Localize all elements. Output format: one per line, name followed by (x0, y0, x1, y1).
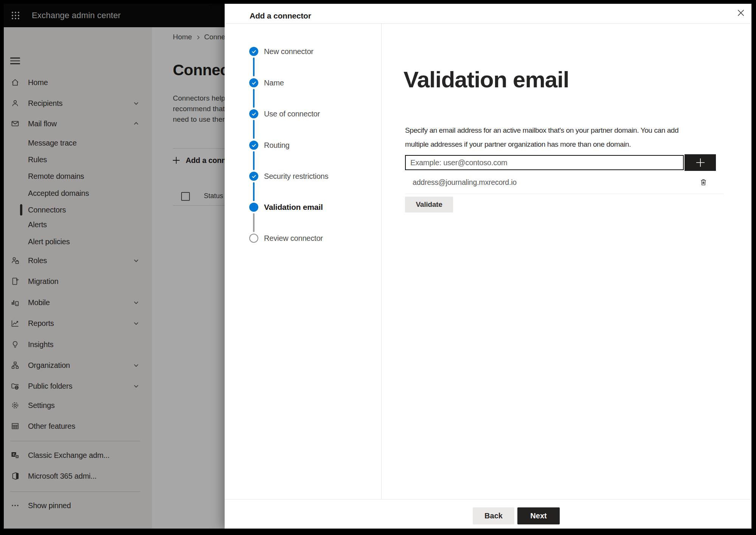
step-circle-new-connector[interactable] (249, 47, 258, 56)
step-label-routing[interactable]: Routing (264, 140, 290, 150)
step-label-review-connector[interactable]: Review connector (264, 233, 323, 243)
check-icon (251, 81, 256, 85)
step-connector-line (253, 89, 255, 108)
panel-header-divider (225, 23, 751, 24)
close-button[interactable] (734, 6, 747, 19)
wizard-step-heading: Validation email (404, 67, 569, 92)
add-email-button[interactable] (685, 154, 716, 171)
step-connector-line (253, 182, 255, 201)
screenshot-frame: Exchange admin center Home Recipients Ma… (0, 0, 756, 535)
app-viewport: Exchange admin center Home Recipients Ma… (4, 4, 751, 529)
step-connector-line (253, 151, 255, 170)
wizard-step-description: Specify an email address for an active m… (405, 123, 708, 151)
added-email-address: address@journaling.mxrecord.io (413, 178, 517, 187)
step-connector-line (253, 213, 255, 232)
panel-title: Add a connector (250, 11, 311, 21)
step-circle-routing[interactable] (249, 141, 258, 150)
step-label-use-of-connector[interactable]: Use of connector (264, 109, 320, 119)
steps-content-divider (381, 24, 382, 499)
validate-button[interactable]: Validate (405, 197, 453, 212)
check-icon (251, 49, 256, 54)
step-circle-use-of-connector[interactable] (249, 109, 258, 118)
back-button[interactable]: Back (473, 507, 514, 524)
validation-email-input[interactable] (405, 155, 684, 170)
step-label-validation-email[interactable]: Validation email (264, 202, 323, 212)
close-icon (736, 8, 746, 18)
next-button[interactable]: Next (517, 507, 560, 524)
step-connector-line (253, 57, 255, 76)
check-icon (251, 174, 256, 179)
delete-email-button[interactable] (697, 175, 710, 189)
email-row-divider (405, 194, 724, 194)
step-circle-validation-email[interactable] (249, 203, 258, 212)
trash-icon (699, 178, 708, 186)
footer-divider (225, 499, 751, 499)
step-circle-review-connector[interactable] (249, 234, 258, 243)
step-label-new-connector[interactable]: New connector (264, 46, 314, 57)
step-circle-name[interactable] (249, 78, 258, 87)
step-label-security-restrictions[interactable]: Security restrictions (264, 171, 328, 181)
plus-icon (695, 157, 706, 168)
step-label-name[interactable]: Name (264, 78, 284, 88)
step-connector-line (253, 120, 255, 139)
check-icon (251, 143, 256, 148)
add-connector-panel: Add a connector New connector Name Use o… (225, 4, 751, 529)
step-circle-security-restrictions[interactable] (249, 172, 258, 181)
check-icon (251, 112, 256, 116)
